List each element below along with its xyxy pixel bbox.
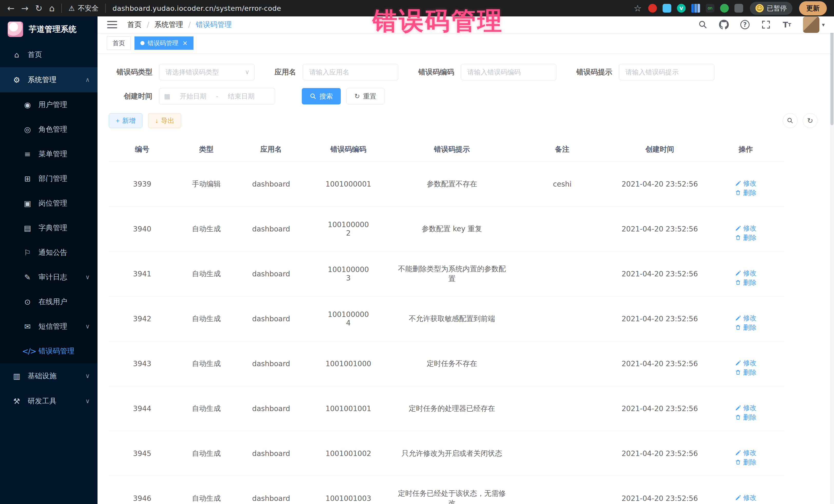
- edit-link[interactable]: 修改: [735, 224, 756, 233]
- cell-hint: 不允许获取敏感配置到前端: [392, 297, 512, 341]
- date-range-picker[interactable]: ▦ -: [159, 88, 275, 105]
- error-code-input[interactable]: [461, 64, 556, 80]
- extension-icon[interactable]: on: [706, 4, 715, 13]
- sidebar-item-roles[interactable]: ◎ 角色管理: [0, 117, 97, 141]
- error-code-table: 编号 类型 应用名 错误码编码 错误码提示 备注 创建时间 操作: [109, 137, 784, 504]
- trash-icon: [735, 235, 741, 241]
- cell-note: [512, 341, 612, 386]
- divider: [105, 4, 106, 13]
- error-hint-input[interactable]: [619, 64, 715, 80]
- cell-id: 3939: [109, 162, 176, 206]
- add-button[interactable]: + 新增: [109, 113, 142, 128]
- user-avatar[interactable]: ▾: [803, 17, 825, 33]
- edit-link[interactable]: 修改: [735, 493, 756, 502]
- url-bar[interactable]: dashboard.yudao.iocoder.cn/system/error-…: [112, 4, 281, 12]
- extension-icon[interactable]: [691, 4, 700, 13]
- scrollbar-track[interactable]: [830, 17, 834, 504]
- end-date-input[interactable]: [222, 92, 261, 100]
- tab-home[interactable]: 首页: [107, 37, 131, 50]
- toggle-search-button[interactable]: [783, 113, 797, 128]
- help-icon[interactable]: ?: [740, 20, 750, 30]
- sidebar-item-audit-log[interactable]: ✎ 审计日志 ∨: [0, 265, 97, 289]
- sidebar-item-online-users[interactable]: ⊙ 在线用户: [0, 289, 97, 314]
- edit-link[interactable]: 修改: [735, 313, 756, 323]
- breadcrumb-system[interactable]: 系统管理: [154, 20, 183, 29]
- sidebar-item-users[interactable]: ◉ 用户管理: [0, 92, 97, 117]
- chevron-down-icon: ∨: [85, 323, 90, 330]
- cell-hint: 参数配置 key 重复: [392, 206, 512, 251]
- extensions-puzzle-icon[interactable]: [734, 4, 743, 13]
- font-size-icon[interactable]: TT: [782, 20, 792, 30]
- error-type-input[interactable]: [159, 64, 255, 80]
- delete-link[interactable]: 删除: [735, 188, 756, 197]
- app-logo[interactable]: 芋道管理系统: [0, 17, 97, 42]
- edit-link[interactable]: 修改: [735, 269, 756, 278]
- search-button-label: 搜索: [320, 92, 333, 101]
- delete-link[interactable]: 删除: [735, 458, 756, 467]
- edit-link[interactable]: 修改: [735, 403, 756, 412]
- table-row: 3941 自动生成 dashboard 100100000 3 不能删除类型为系…: [109, 251, 784, 297]
- cell-type: 自动生成: [176, 431, 237, 476]
- sidebar-item-home[interactable]: ⌂ 首页: [0, 42, 97, 67]
- sidebar-item-menus[interactable]: ≡ 菜单管理: [0, 141, 97, 166]
- delete-link[interactable]: 删除: [735, 413, 756, 422]
- profile-paused-badge[interactable]: ☺ 已暂停: [750, 2, 792, 15]
- delete-link[interactable]: 删除: [735, 368, 756, 377]
- cell-id: 3946: [109, 476, 176, 504]
- refresh-table-button[interactable]: ↻: [803, 113, 817, 128]
- table-row: 3940 自动生成 dashboard 100100000 2 参数配置 key…: [109, 206, 784, 251]
- close-icon[interactable]: ×: [182, 40, 188, 47]
- edit-link[interactable]: 修改: [735, 179, 756, 188]
- search-icon[interactable]: [698, 20, 708, 30]
- search-button[interactable]: 搜索: [302, 88, 341, 105]
- edit-link[interactable]: 修改: [735, 358, 756, 368]
- app-shell: 芋道管理系统 ⌂ 首页 ⚙ 系统管理 ∧ ◉ 用户管理 ◎ 角色管理: [0, 17, 834, 504]
- delete-link[interactable]: 删除: [735, 323, 756, 332]
- pencil-icon: [735, 405, 741, 411]
- table-row: 3939 手动编辑 dashboard 1001000001 参数配置不存在 c…: [109, 162, 784, 206]
- sidebar-item-posts[interactable]: ▣ 岗位管理: [0, 191, 97, 216]
- column-header-code: 错误码编码: [305, 137, 392, 162]
- sidebar-item-dictionary[interactable]: ▤ 字典管理: [0, 216, 97, 240]
- app-name-input[interactable]: [303, 64, 398, 80]
- scrollbar-thumb[interactable]: [830, 18, 833, 125]
- extension-icon[interactable]: [648, 4, 657, 13]
- security-indicator[interactable]: ⚠ 不安全: [68, 4, 98, 13]
- tab-error-code[interactable]: 错误码管理 ×: [134, 37, 194, 50]
- chevron-down-icon: ∨: [85, 372, 90, 379]
- home-icon[interactable]: ⌂: [49, 3, 55, 13]
- sidebar: 芋道管理系统 ⌂ 首页 ⚙ 系统管理 ∧ ◉ 用户管理 ◎ 角色管理: [0, 17, 97, 504]
- delete-link[interactable]: 删除: [735, 278, 756, 287]
- sidebar-item-dev-tools[interactable]: ⚒ 研发工具 ∨: [0, 389, 97, 414]
- export-button[interactable]: ↓ 导出: [148, 113, 181, 128]
- forward-icon[interactable]: →: [21, 3, 29, 13]
- browser-update-button[interactable]: 更新: [799, 1, 827, 15]
- sidebar-item-error-code[interactable]: </> 错误码管理: [0, 339, 97, 364]
- sidebar-item-infrastructure[interactable]: ▥ 基础设施 ∨: [0, 364, 97, 389]
- menu-toggle-icon[interactable]: [107, 20, 117, 29]
- start-date-input[interactable]: [174, 92, 213, 100]
- delete-link[interactable]: 删除: [735, 233, 756, 242]
- sidebar-item-notice[interactable]: ⚐ 通知公告: [0, 240, 97, 265]
- sidebar-item-sms[interactable]: ✉ 短信管理 ∨: [0, 314, 97, 339]
- fullscreen-icon[interactable]: [761, 20, 771, 30]
- extension-icon[interactable]: [663, 4, 671, 13]
- extension-icons: V on: [648, 4, 743, 13]
- delete-link[interactable]: 删除: [735, 503, 756, 504]
- pencil-icon: [735, 180, 741, 187]
- sidebar-item-departments[interactable]: ⊞ 部门管理: [0, 166, 97, 191]
- cell-hint: 定时任务的处理器已经存在: [392, 386, 512, 431]
- reset-button[interactable]: ↻ 重置: [347, 88, 385, 105]
- extension-icon[interactable]: V: [677, 4, 686, 13]
- back-icon[interactable]: ←: [7, 3, 15, 13]
- breadcrumb-home[interactable]: 首页: [127, 20, 142, 29]
- edit-link[interactable]: 修改: [735, 448, 756, 457]
- sidebar-item-system[interactable]: ⚙ 系统管理 ∧: [0, 67, 97, 92]
- bookmark-star-icon[interactable]: ☆: [634, 3, 641, 13]
- logo-image: [8, 22, 23, 37]
- reload-icon[interactable]: ↻: [35, 3, 43, 13]
- extension-icon[interactable]: [720, 4, 729, 13]
- github-icon[interactable]: [719, 20, 729, 30]
- chevron-up-icon: ∧: [85, 76, 90, 83]
- error-type-select[interactable]: ∨: [159, 64, 255, 80]
